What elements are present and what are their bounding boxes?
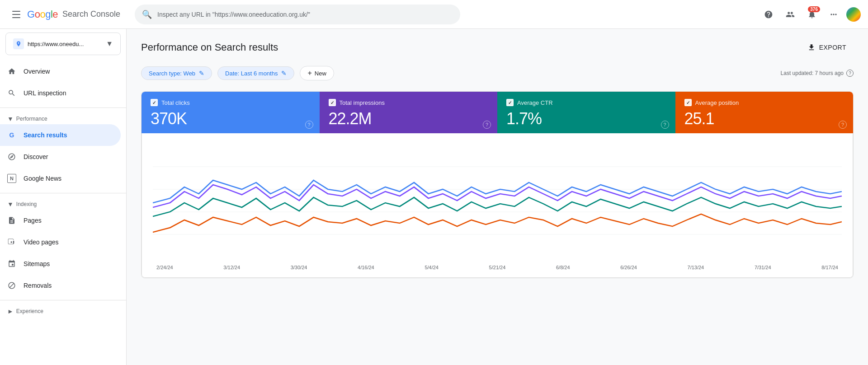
sidebar-item-url-inspection[interactable]: URL inspection (0, 82, 121, 104)
sidebar: https://www.oneedu... ▼ Overview URL ins… (0, 29, 127, 365)
x-label-0: 2/24/24 (156, 265, 173, 270)
sidebar-item-search-results-label: Search results (24, 131, 67, 139)
sidebar-item-overview[interactable]: Overview (0, 61, 121, 82)
metric-value-position: 25.1 (684, 110, 844, 128)
sidebar-item-video-pages[interactable]: Video pages (0, 231, 121, 253)
metric-help-position[interactable]: ? (839, 121, 847, 129)
divider-3 (0, 300, 126, 300)
date-label: Date: Last 6 months (225, 70, 278, 77)
home-icon (7, 67, 16, 76)
metric-label-impressions: Total impressions (340, 99, 385, 106)
new-filter-button[interactable]: + New (300, 66, 334, 80)
metric-label-position: Average position (695, 99, 739, 106)
notifications-button[interactable]: 376 (803, 5, 821, 23)
google-logo: Google (27, 9, 58, 20)
sidebar-item-removals-label: Removals (24, 282, 52, 289)
chart-x-labels: 2/24/24 3/12/24 3/30/24 4/16/24 5/4/24 5… (153, 265, 842, 270)
performance-chart[interactable] (153, 144, 842, 262)
last-updated: Last updated: 7 hours ago ? (781, 70, 854, 77)
video-pages-icon (7, 238, 16, 247)
metric-help-ctr[interactable]: ? (661, 121, 669, 129)
performance-section-label: Performance (16, 116, 47, 122)
experience-section-header[interactable]: ► Experience (0, 304, 126, 317)
chart-container: 2/24/24 3/12/24 3/30/24 4/16/24 5/4/24 5… (142, 133, 853, 278)
export-label: EXPORT (819, 44, 846, 51)
indexing-section-header[interactable]: ▼ Indexing (0, 197, 126, 210)
x-label-5: 5/21/24 (489, 265, 506, 270)
filter-bar: Search type: Web ✎ Date: Last 6 months ✎… (141, 66, 854, 80)
hamburger-icon (12, 11, 20, 18)
metric-card-impressions[interactable]: Total impressions 22.2M ? (320, 92, 498, 133)
performance-section-header[interactable]: ▼ Performance (0, 112, 126, 124)
property-name: https://www.oneedu... (28, 41, 102, 47)
metrics-row: Total clicks 370K ? Total impressions 22… (142, 92, 853, 133)
sidebar-item-sitemaps[interactable]: Sitemaps (0, 253, 121, 275)
metric-header-clicks: Total clicks (151, 99, 311, 106)
search-placeholder-text: Inspect any URL in "https://www.oneeduca… (157, 11, 310, 18)
metric-help-impressions[interactable]: ? (483, 121, 491, 129)
sidebar-item-discover[interactable]: Discover (0, 146, 121, 168)
settings-button[interactable] (781, 5, 799, 23)
metric-header-position: Average position (684, 99, 844, 106)
menu-button[interactable] (7, 5, 25, 23)
metric-card-position[interactable]: Average position 25.1 ? (675, 92, 854, 133)
settings-icon (786, 10, 795, 19)
clicks-line (153, 180, 842, 203)
help-icon (764, 10, 773, 19)
url-inspection-search-icon (7, 89, 16, 98)
position-line (153, 214, 842, 232)
sidebar-item-google-news[interactable]: N Google News (0, 168, 121, 189)
metric-value-ctr: 1.7% (506, 110, 666, 128)
search-type-filter[interactable]: Search type: Web ✎ (141, 66, 212, 80)
property-chevron-icon: ▼ (106, 40, 113, 48)
x-label-7: 6/26/24 (620, 265, 637, 270)
performance-arrow-icon: ▼ (7, 115, 14, 122)
sidebar-item-label: Overview (24, 68, 50, 75)
metric-value-clicks: 370K (151, 110, 311, 128)
export-icon (807, 43, 816, 51)
metric-checkbox-clicks[interactable] (151, 99, 158, 106)
sidebar-nav: Overview URL inspection ▼ Performance G … (0, 59, 126, 318)
pages-icon (7, 216, 16, 225)
x-label-8: 7/13/24 (688, 265, 704, 270)
help-button[interactable] (760, 5, 778, 23)
metrics-chart-panel: Total clicks 370K ? Total impressions 22… (141, 91, 854, 278)
sidebar-item-removals[interactable]: Removals (0, 275, 121, 296)
removals-icon (7, 281, 16, 290)
last-updated-info-icon[interactable]: ? (846, 70, 854, 77)
divider-2 (0, 193, 126, 193)
property-icon (13, 38, 24, 49)
main-content: Performance on Search results EXPORT Sea… (127, 29, 868, 365)
google-logo-link[interactable]: Google Search Console (27, 9, 120, 20)
date-filter[interactable]: Date: Last 6 months ✎ (217, 66, 294, 80)
new-label: New (315, 70, 326, 77)
plus-icon: + (307, 69, 311, 77)
date-edit-icon: ✎ (281, 70, 287, 77)
sidebar-item-pages[interactable]: Pages (0, 210, 121, 231)
sidebar-item-search-results[interactable]: G Search results (0, 124, 121, 146)
metric-header-impressions: Total impressions (329, 99, 489, 106)
metric-checkbox-position[interactable] (684, 99, 692, 106)
url-search-bar[interactable]: 🔍 Inspect any URL in "https://www.oneedu… (135, 5, 460, 24)
sidebar-item-pages-label: Pages (24, 217, 42, 224)
search-icon: 🔍 (142, 9, 152, 19)
sitemaps-icon (7, 259, 16, 268)
metric-card-clicks[interactable]: Total clicks 370K ? (142, 92, 320, 133)
experience-arrow-icon: ► (7, 308, 14, 315)
sidebar-item-discover-label: Discover (24, 153, 48, 160)
metric-checkbox-impressions[interactable] (329, 99, 336, 106)
sidebar-item-video-pages-label: Video pages (24, 239, 59, 246)
avatar[interactable] (846, 7, 861, 22)
metric-card-ctr[interactable]: Average CTR 1.7% ? (497, 92, 675, 133)
app-name: Search Console (62, 9, 120, 19)
metric-checkbox-ctr[interactable] (506, 99, 514, 106)
metric-label-clicks: Total clicks (161, 99, 190, 106)
edit-icon: ✎ (199, 70, 204, 77)
last-updated-text: Last updated: 7 hours ago (781, 70, 844, 76)
search-type-label: Search type: Web (149, 70, 195, 77)
metric-help-clicks[interactable]: ? (305, 121, 313, 129)
property-selector[interactable]: https://www.oneedu... ▼ (5, 33, 121, 55)
export-button[interactable]: EXPORT (800, 40, 854, 55)
apps-button[interactable] (825, 5, 843, 23)
google-g-icon: G (7, 131, 16, 140)
